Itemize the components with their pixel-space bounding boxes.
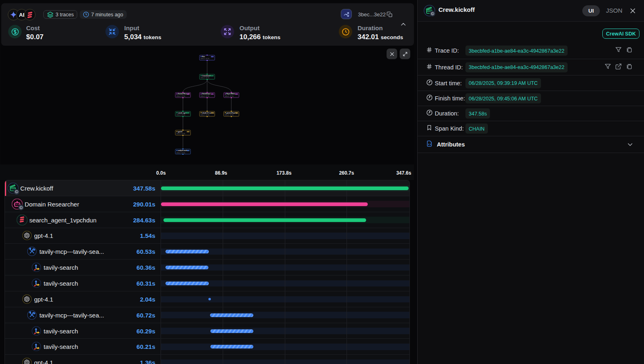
svg-text:b4f8acf4 · 347.58s: b4f8acf4 · 347.58s [177,133,186,135]
svg-text:b4f8acf4 · 347.58s: b4f8acf4 · 347.58s [225,95,234,97]
svg-text:Report Writer: Report Writer [226,93,235,95]
svg-text:b4f8acf4 · 347.58s: b4f8acf4 · 347.58s [177,95,186,97]
svg-text:b4f8acf4 · 347.58s: b4f8acf4 · 347.58s [201,114,210,116]
svg-text:b4f8acf4 · 347.58s: b4f8acf4 · 347.58s [201,77,210,79]
svg-text:Data Analyst: Data Analyst [202,93,211,95]
svg-text:b4f8acf4 · 347.58s: b4f8acf4 · 347.58s [201,58,210,60]
svg-text:Run: Run [202,56,205,58]
svg-text:b4f8acf4 · 347.58s: b4f8acf4 · 347.58s [177,152,186,154]
svg-text:b4f8acf4 · 347.58s: b4f8acf4 · 347.58s [225,114,234,116]
svg-text:b4f8acf4 · 347.58s: b4f8acf4 · 347.58s [201,95,210,97]
svg-text:gpt-4.1: gpt-4.1 [178,131,183,133]
svg-text:b4f8acf4 · 347.58s: b4f8acf4 · 347.58s [177,114,186,116]
